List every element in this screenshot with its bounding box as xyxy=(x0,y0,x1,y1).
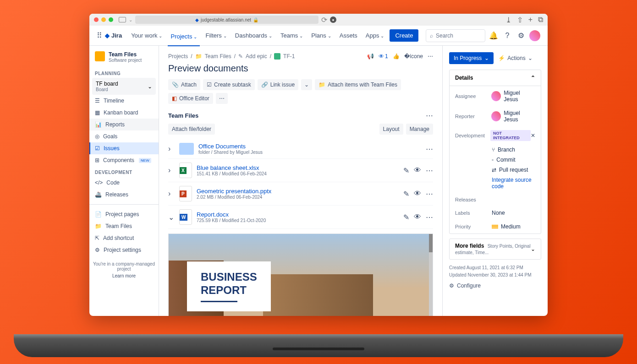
eye-icon[interactable]: 👁 xyxy=(414,190,421,198)
attach-button[interactable]: 📎Attach xyxy=(168,79,200,90)
office-editor-button[interactable]: ◧Office Editor xyxy=(168,93,213,104)
chevron-right-icon[interactable]: › xyxy=(168,145,175,153)
file-row[interactable]: ⌄ Report.docx 725.59 KB / Modified 21-Oc… xyxy=(168,206,433,229)
eye-icon[interactable]: 👁 xyxy=(414,166,421,175)
eye-icon[interactable]: 👁 xyxy=(414,213,421,222)
sidebar-item-add-shortcut[interactable]: ⇱Add shortcut xyxy=(89,232,159,244)
file-row[interactable]: › Geometric presentation.pptx 2.02 MB / … xyxy=(168,182,433,206)
learn-more-link[interactable]: Learn more xyxy=(89,273,159,278)
breadcrumb-addepic[interactable]: Add epic xyxy=(246,53,267,60)
link-dropdown-button[interactable]: ⌄ xyxy=(301,79,312,90)
sidebar-item-issues[interactable]: ☑Issues xyxy=(89,142,159,154)
file-name[interactable]: Report.docx xyxy=(197,211,399,218)
share-icon[interactable]: ⇧ xyxy=(517,16,523,24)
file-name[interactable]: Geometric presentation.pptx xyxy=(197,188,399,195)
file-name[interactable]: Blue balance sheet.xlsx xyxy=(197,164,399,171)
releases-row[interactable]: Releases xyxy=(450,193,541,206)
extension-icon[interactable]: ● xyxy=(330,16,336,23)
scrollbar[interactable] xyxy=(429,234,433,316)
file-row[interactable]: › Blue balance sheet.xlsx 151.41 KB / Mo… xyxy=(168,159,433,182)
chevron-right-icon[interactable]: › xyxy=(168,166,175,174)
url-bar[interactable]: ◆ judgestable.atlassian.net 🔒 xyxy=(135,16,318,24)
nav-your-work[interactable]: Your work xyxy=(128,30,165,41)
nav-plans[interactable]: Plans xyxy=(308,30,334,41)
more-fields-button[interactable]: More fields Story Points, Original estim… xyxy=(449,239,541,260)
sidebar-item-timeline[interactable]: ☰Timeline xyxy=(89,95,159,107)
search-input[interactable]: ⌕ Search xyxy=(426,29,485,42)
manage-button[interactable]: Manage xyxy=(406,124,433,135)
more-icon[interactable]: ⋯ xyxy=(426,166,433,175)
chevron-down-icon[interactable]: ⌄ xyxy=(168,213,175,222)
edit-icon[interactable]: ✎ xyxy=(403,213,409,222)
sidebar-item-team-files[interactable]: 📁Team Files xyxy=(89,220,159,232)
sidebar-item-components[interactable]: ⊞ComponentsNEW xyxy=(89,154,159,166)
assignee-row[interactable]: Assignee Miguel Jesus xyxy=(450,86,541,106)
breadcrumb-issueid[interactable]: TF-1 xyxy=(283,53,295,60)
configure-button[interactable]: ⚙ Configure xyxy=(449,283,541,289)
notifications-icon[interactable]: 🔔 xyxy=(488,30,499,41)
create-subtask-button[interactable]: ☑Create subtask xyxy=(203,79,255,90)
nav-teams[interactable]: Teams xyxy=(278,30,306,41)
edit-icon[interactable]: ✎ xyxy=(403,190,409,198)
reload-icon[interactable]: ⟳ xyxy=(321,16,327,24)
reporter-row[interactable]: Reporter Miguel Jesus xyxy=(450,106,541,126)
jira-logo[interactable]: ◆ Jira xyxy=(105,32,122,39)
integrate-link[interactable]: Integrate source code xyxy=(450,175,541,193)
edit-icon[interactable]: ✎ xyxy=(403,166,409,175)
more-icon[interactable]: ⋯ xyxy=(428,53,433,60)
sidebar-toggle-icon[interactable] xyxy=(119,17,126,22)
labels-row[interactable]: Labels None xyxy=(450,206,541,220)
sidebar-item-project-pages[interactable]: 📄Project pages xyxy=(89,208,159,220)
feedback-icon[interactable]: 📢 xyxy=(367,53,374,60)
more-icon[interactable]: ⋯ xyxy=(426,190,433,198)
user-avatar[interactable] xyxy=(529,30,540,41)
close-window-button[interactable] xyxy=(94,17,99,22)
commit-link[interactable]: ◦Commit xyxy=(450,155,541,165)
maximize-window-button[interactable] xyxy=(109,17,113,22)
sidebar-item-kanban[interactable]: ▦Kanban board xyxy=(89,107,159,119)
more-actions-button[interactable]: ⋯ xyxy=(216,93,228,104)
status-button[interactable]: In Progress⌄ xyxy=(449,52,494,64)
app-switcher-icon[interactable]: ⠿ xyxy=(97,31,102,40)
share-icon[interactable]: �ícone xyxy=(404,53,423,60)
download-icon[interactable]: ⤓ xyxy=(505,16,511,24)
attach-file-folder-button[interactable]: Attach file/folder xyxy=(168,124,215,135)
attach-teamfiles-button[interactable]: 📁Attach items with Team Files xyxy=(315,79,401,90)
nav-apps[interactable]: Apps xyxy=(363,30,387,41)
priority-row[interactable]: Priority Medium xyxy=(450,220,541,234)
actions-button[interactable]: ⚡Actions⌄ xyxy=(498,55,532,61)
sidebar-item-code[interactable]: </>Code xyxy=(89,177,159,189)
like-icon[interactable]: 👍 xyxy=(393,53,400,60)
nav-dashboards[interactable]: Dashboards xyxy=(232,30,275,41)
chevron-down-icon[interactable]: ⌄ xyxy=(129,17,132,22)
breadcrumb-projects[interactable]: Projects xyxy=(168,53,188,60)
settings-icon[interactable]: ⚙ xyxy=(516,30,527,41)
pullrequest-link[interactable]: ⇄Pull request xyxy=(450,165,541,175)
branch-link[interactable]: ⑂Branch xyxy=(450,145,541,155)
more-icon[interactable]: ⋯ xyxy=(426,213,433,222)
watch-button[interactable]: 👁1 xyxy=(379,53,388,60)
project-header[interactable]: Team Files Software project xyxy=(89,51,159,67)
link-issue-button[interactable]: 🔗Link issue xyxy=(258,79,298,90)
create-button[interactable]: Create xyxy=(390,29,418,42)
breadcrumb-teamfiles[interactable]: Team Files xyxy=(205,53,231,60)
file-row[interactable]: › Office Documents folder / Shared by Mi… xyxy=(168,139,433,159)
sidebar-item-goals[interactable]: ◎Goals xyxy=(89,130,159,142)
more-icon[interactable]: ⋯ xyxy=(426,111,433,120)
close-icon[interactable]: ✕ xyxy=(531,132,535,139)
details-header[interactable]: Details ⌃ xyxy=(450,70,541,86)
layout-button[interactable]: Layout xyxy=(379,124,403,135)
more-icon[interactable]: ⋯ xyxy=(426,145,433,153)
chevron-right-icon[interactable]: › xyxy=(168,190,175,198)
nav-filters[interactable]: Filters xyxy=(203,30,229,41)
board-selector[interactable]: TF board Board ⌄ xyxy=(92,78,156,95)
help-icon[interactable]: ? xyxy=(502,30,513,41)
minimize-window-button[interactable] xyxy=(101,17,106,22)
tabs-icon[interactable]: ⧉ xyxy=(538,16,543,24)
nav-assets[interactable]: Assets xyxy=(337,30,360,41)
file-name[interactable]: Office Documents xyxy=(198,143,421,150)
plus-icon[interactable]: + xyxy=(528,16,533,24)
sidebar-item-reports[interactable]: 📊Reports xyxy=(89,119,159,130)
sidebar-item-releases[interactable]: 🚢Releases xyxy=(89,189,159,201)
nav-projects[interactable]: Projects xyxy=(168,31,200,46)
